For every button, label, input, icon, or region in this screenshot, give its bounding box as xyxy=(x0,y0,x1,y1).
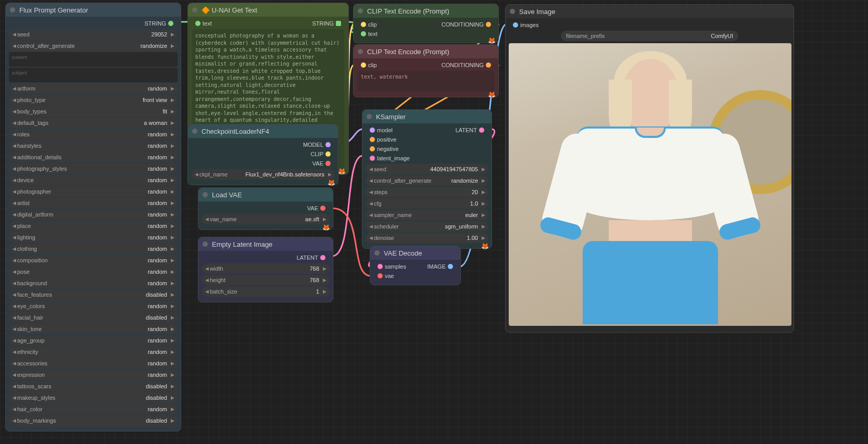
node-header[interactable]: VAE Decode xyxy=(370,246,460,260)
collapse-dot[interactable] xyxy=(203,192,208,197)
input-slot-samples[interactable]: samples xyxy=(373,262,406,271)
arrow-right-icon[interactable]: ▶ xyxy=(169,407,175,412)
widget-facial-hair[interactable]: ◀facial_hairdisabled▶ xyxy=(9,312,178,323)
node-header[interactable]: Load VAE xyxy=(198,188,333,201)
widget-device[interactable]: ◀devicerandom▶ xyxy=(9,175,178,185)
widget-face-features[interactable]: ◀face_featuresdisabled▶ xyxy=(9,289,178,300)
node-header[interactable]: KSampler xyxy=(362,110,492,123)
arrow-right-icon[interactable]: ▶ xyxy=(169,109,175,114)
arrow-right-icon[interactable]: ▶ xyxy=(169,189,175,194)
output-slot-conditioning[interactable]: CONDITIONING xyxy=(442,20,495,29)
widget-ethnicity[interactable]: ◀ethnicityrandom▶ xyxy=(9,347,178,357)
node-vae-decode[interactable]: VAE Decode samples IMAGE vae xyxy=(370,246,461,285)
arrow-left-icon[interactable]: ◀ xyxy=(11,292,17,297)
node-header[interactable]: Save Image xyxy=(506,5,794,18)
arrow-right-icon[interactable]: ▶ xyxy=(169,97,175,103)
widget-roles[interactable]: ◀rolesrandom▶ xyxy=(9,129,178,139)
widget-pose[interactable]: ◀poserandom▶ xyxy=(9,267,178,277)
widget-background[interactable]: ◀backgroundrandom▶ xyxy=(9,278,178,288)
node-empty-latent-image[interactable]: Empty Latent Image LATENT ◀width768▶ ◀he… xyxy=(198,237,333,302)
widget-skin-tone[interactable]: ◀skin_tonerandom▶ xyxy=(9,324,178,334)
output-slot-string[interactable]: STRING xyxy=(9,19,178,28)
arrow-left-icon[interactable]: ◀ xyxy=(11,143,17,148)
widget-seed[interactable]: ◀ seed 29052 ▶ xyxy=(9,29,178,40)
output-slot-clip[interactable]: CLIP xyxy=(191,149,335,159)
widget-body-types[interactable]: ◀body_typesfit▶ xyxy=(9,106,178,117)
input-slot-clip[interactable]: clip xyxy=(357,60,377,70)
input-slot-images[interactable]: images xyxy=(509,20,790,30)
output-slot-vae[interactable]: VAE xyxy=(202,204,330,213)
widget-seed[interactable]: ◀seed440941947547805▶ xyxy=(366,164,488,174)
input-slot-clip[interactable]: clip xyxy=(357,20,377,29)
input-slot-latent-image[interactable]: latent_image xyxy=(366,154,488,163)
arrow-right-icon[interactable]: ▶ xyxy=(169,303,175,309)
arrow-right-icon[interactable]: ▶ xyxy=(169,269,175,274)
arrow-left-icon[interactable]: ◀ xyxy=(11,32,17,37)
collapse-dot[interactable] xyxy=(203,242,208,247)
widget-scheduler[interactable]: ◀schedulersgm_uniform▶ xyxy=(366,221,488,232)
widget-artform[interactable]: ◀artformrandom▶ xyxy=(9,83,178,94)
arrow-left-icon[interactable]: ◀ xyxy=(11,235,17,240)
arrow-right-icon[interactable]: ▶ xyxy=(169,32,175,37)
node-clip-text-encode-negative[interactable]: CLIP Text Encode (Prompt) clip CONDITION… xyxy=(353,44,499,97)
textbox-subject[interactable]: subject xyxy=(9,68,178,82)
collapse-dot[interactable] xyxy=(374,250,380,256)
arrow-right-icon[interactable]: ▶ xyxy=(169,166,175,171)
collapse-dot[interactable] xyxy=(192,129,197,134)
arrow-right-icon[interactable]: ▶ xyxy=(169,372,175,377)
arrow-left-icon[interactable]: ◀ xyxy=(11,281,17,286)
widget-place[interactable]: ◀placerandom▶ xyxy=(9,221,178,231)
input-slot-model[interactable]: model xyxy=(366,125,393,135)
widget-age-group[interactable]: ◀age_grouprandom▶ xyxy=(9,335,178,346)
node-header[interactable]: Empty Latent Image xyxy=(198,237,333,251)
widget-ckpt-name[interactable]: ◀ ckpt_name Flux1_dev_nf4Bnb.safetensors… xyxy=(191,169,335,180)
arrow-left-icon[interactable]: ◀ xyxy=(11,200,17,206)
output-slot-vae[interactable]: VAE xyxy=(191,159,335,168)
arrow-right-icon[interactable]: ▶ xyxy=(169,177,175,183)
collapse-dot[interactable] xyxy=(358,49,363,54)
arrow-left-icon[interactable]: ◀ xyxy=(11,361,17,366)
arrow-right-icon[interactable]: ▶ xyxy=(169,246,175,251)
arrow-right-icon[interactable]: ▶ xyxy=(169,326,175,332)
arrow-left-icon[interactable]: ◀ xyxy=(11,43,17,48)
arrow-left-icon[interactable]: ◀ xyxy=(11,407,17,412)
arrow-left-icon[interactable]: ◀ xyxy=(11,120,17,125)
widget-control-after-generate[interactable]: ◀control_after_generaterandomize▶ xyxy=(366,175,488,186)
node-save-image[interactable]: Save Image images filename_prefix ComfyU… xyxy=(505,4,794,333)
arrow-left-icon[interactable]: ◀ xyxy=(11,86,17,91)
widget-digital-artform[interactable]: ◀digital_artformrandom▶ xyxy=(9,209,178,220)
node-flux-prompt-generator[interactable]: Flux Prompt Generator STRING ◀ seed 2905… xyxy=(5,3,181,432)
arrow-left-icon[interactable]: ◀ xyxy=(11,166,17,171)
widget-cfg[interactable]: ◀cfg1.0▶ xyxy=(366,198,488,209)
arrow-right-icon[interactable]: ▶ xyxy=(169,349,175,354)
widget-composition[interactable]: ◀compositionrandom▶ xyxy=(9,255,178,265)
arrow-right-icon[interactable]: ▶ xyxy=(169,235,175,240)
node-header[interactable]: Flux Prompt Generator xyxy=(6,3,181,17)
arrow-right-icon[interactable]: ▶ xyxy=(169,212,175,217)
widget-height[interactable]: ◀height768▶ xyxy=(202,275,330,285)
input-slot-positive[interactable]: positive xyxy=(366,135,488,144)
arrow-right-icon[interactable]: ▶ xyxy=(169,384,175,389)
input-slot-text[interactable]: text xyxy=(191,19,212,28)
arrow-left-icon[interactable]: ◀ xyxy=(11,258,17,263)
widget-photography-styles[interactable]: ◀photography_stylesrandom▶ xyxy=(9,163,178,174)
widget-vae-name[interactable]: ◀ vae_name ae.sft ▶ xyxy=(202,214,330,224)
input-slot-negative[interactable]: negative xyxy=(366,144,488,154)
node-header[interactable]: CLIP Text Encode (Prompt) xyxy=(354,45,498,58)
input-slot-text[interactable]: text xyxy=(357,29,495,39)
widget-eye-colors[interactable]: ◀eye_colorsrandom▶ xyxy=(9,301,178,311)
arrow-left-icon[interactable]: ◀ xyxy=(11,315,17,320)
node-clip-text-encode-positive[interactable]: CLIP Text Encode (Prompt) clip CONDITION… xyxy=(353,4,499,43)
collapse-dot[interactable] xyxy=(10,7,15,12)
output-slot-string[interactable]: STRING xyxy=(312,19,345,28)
arrow-right-icon[interactable]: ▶ xyxy=(169,315,175,320)
widget-lighting[interactable]: ◀lightingrandom▶ xyxy=(9,232,178,243)
arrow-right-icon[interactable]: ▶ xyxy=(169,258,175,263)
arrow-left-icon[interactable]: ◀ xyxy=(11,372,17,377)
arrow-left-icon[interactable]: ◀ xyxy=(11,189,17,194)
widget-hair-color[interactable]: ◀hair_colorrandom▶ xyxy=(9,404,178,414)
widget-photographer[interactable]: ◀photographerrandom▶ xyxy=(9,186,178,197)
arrow-right-icon[interactable]: ▶ xyxy=(326,172,333,177)
arrow-right-icon[interactable]: ▶ xyxy=(169,120,175,125)
widget-expression[interactable]: ◀expressionrandom▶ xyxy=(9,370,178,380)
